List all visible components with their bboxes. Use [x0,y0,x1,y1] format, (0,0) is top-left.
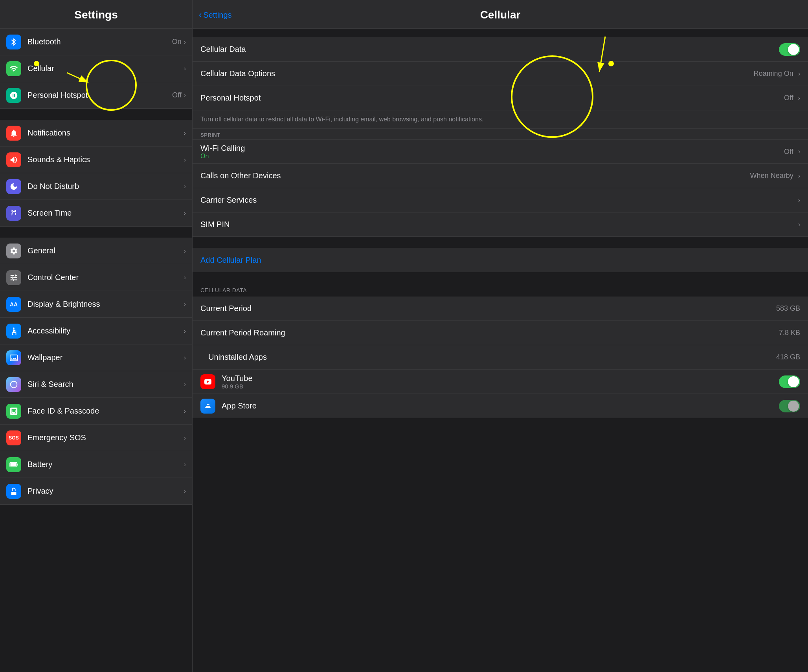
uninstalled-apps-row: Uninstalled Apps 418 GB [193,345,808,370]
notifications-chevron: › [184,130,186,137]
accessibility-content: Accessibility › [28,326,186,335]
emergency-row[interactable]: SOS Emergency SOS › [0,425,192,451]
faceid-row[interactable]: Face ID & Passcode › [0,398,192,425]
wifi-calling-label: Wi-Fi Calling [200,144,784,153]
right-divider-1 [193,237,808,248]
current-period-value: 583 GB [776,304,800,313]
right-cellular-panel: ‹ Settings Cellular Cellular Data Cellul… [193,0,808,672]
app-store-row[interactable]: App Store [193,394,808,418]
bluetooth-content: Bluetooth On › [28,37,186,46]
right-hotspot-row[interactable]: Personal Hotspot Off › [193,86,808,110]
left-title: Settings [8,9,184,21]
sounds-right: › [184,156,186,163]
control-center-chevron: › [184,274,186,281]
general-chevron: › [184,247,186,255]
sim-pin-row[interactable]: SIM PIN › [193,212,808,237]
carrier-label: SPRINT [193,129,808,139]
control-center-icon [6,270,21,285]
connectivity-section: Bluetooth On › Cellular [0,29,192,109]
screentime-label: Screen Time [28,209,72,218]
youtube-size: 90.9 GB [222,383,779,390]
wifi-calling-chevron: › [798,148,800,155]
privacy-row[interactable]: Privacy › [0,478,192,505]
general-content: General › [28,246,186,255]
calls-other-devices-row[interactable]: Calls on Other Devices When Nearby › [193,164,808,188]
cellular-data-options-right: Roaming On › [754,70,800,78]
siri-row[interactable]: Siri & Search › [0,371,192,398]
notifications-content: Notifications › [28,128,186,137]
wallpaper-row[interactable]: Wallpaper › [0,344,192,371]
right-hotspot-chevron: › [798,95,800,102]
wifi-calling-value: Off [784,148,793,156]
accessibility-icon [6,324,21,339]
cellular-data-options-chevron: › [798,70,800,77]
cellular-data-section: Cellular Data Cellular Data Options Roam… [193,37,808,110]
app-store-toggle-knob [788,401,799,412]
left-settings-panel: Settings Bluetooth On › [0,0,193,672]
cellular-data-toggle[interactable] [779,43,800,56]
youtube-row[interactable]: YouTube 90.9 GB [193,370,808,394]
general-icon [6,244,21,258]
settings-list: Bluetooth On › Cellular [0,29,192,672]
general-row[interactable]: General › [0,238,192,264]
add-cellular-plan-label: Add Cellular Plan [200,256,261,265]
notifications-row[interactable]: Notifications › [0,120,192,146]
siri-chevron: › [184,381,186,388]
right-hotspot-right: Off › [784,94,800,102]
cellular-data-options-label: Cellular Data Options [200,69,754,78]
app-store-content: App Store [222,401,779,410]
uninstalled-apps-value: 418 GB [776,353,800,361]
display-icon: AA [6,297,21,312]
cellular-data-options-row[interactable]: Cellular Data Options Roaming On › [193,62,808,86]
cellular-chevron: › [184,65,186,72]
calls-other-devices-label: Calls on Other Devices [200,171,750,180]
sim-pin-chevron: › [798,221,800,228]
cellular-description-row: Turn off cellular data to restrict all d… [193,110,808,129]
control-center-row[interactable]: Control Center › [0,264,192,291]
display-row[interactable]: AA Display & Brightness › [0,291,192,318]
youtube-content: YouTube 90.9 GB [222,374,779,390]
app-store-toggle[interactable] [779,400,800,412]
left-header: Settings [0,0,192,29]
carrier-services-row[interactable]: Carrier Services › [193,188,808,212]
notifications-label: Notifications [28,128,70,137]
dnd-chevron: › [184,183,186,190]
dnd-label: Do Not Disturb [28,182,79,191]
add-cellular-plan-row[interactable]: Add Cellular Plan [193,248,808,272]
accessibility-row[interactable]: Accessibility › [0,318,192,344]
divider-1 [0,109,192,120]
cellular-row[interactable]: Cellular › [0,55,192,82]
battery-content: Battery › [28,460,186,469]
app-store-icon [200,399,215,414]
personal-hotspot-row[interactable]: Personal Hotspot Off › [0,82,192,109]
youtube-toggle[interactable] [779,375,800,388]
display-chevron: › [184,301,186,308]
right-content: Cellular Data Cellular Data Options Roam… [193,29,808,672]
right-header: ‹ Settings Cellular [193,0,808,29]
screentime-row[interactable]: Screen Time › [0,200,192,227]
control-center-label: Control Center [28,273,79,282]
cellular-content: Cellular › [28,64,186,73]
cellular-data-label: Cellular Data [200,45,779,54]
battery-icon [6,457,21,472]
battery-chevron: › [184,461,186,468]
back-button[interactable]: ‹ Settings [199,10,232,20]
bluetooth-value: On [172,38,182,46]
accessibility-label: Accessibility [28,326,70,335]
right-title: Cellular [480,9,521,21]
display-content: Display & Brightness › [28,300,186,309]
battery-row[interactable]: Battery › [0,451,192,478]
sounds-row[interactable]: Sounds & Haptics › [0,146,192,173]
bluetooth-chevron: › [184,38,186,46]
youtube-icon [200,374,215,389]
wifi-calling-row[interactable]: Wi-Fi Calling On Off › [193,139,808,164]
cellular-data-row[interactable]: Cellular Data [193,37,808,62]
wallpaper-chevron: › [184,354,186,361]
bluetooth-row[interactable]: Bluetooth On › [0,29,192,55]
privacy-content: Privacy › [28,487,186,496]
current-period-roaming-row: Current Period Roaming 7.8 KB [193,321,808,345]
dnd-right: › [184,183,186,190]
dnd-row[interactable]: Do Not Disturb › [0,173,192,200]
sounds-icon [6,152,21,167]
calls-other-devices-chevron: › [798,172,800,179]
